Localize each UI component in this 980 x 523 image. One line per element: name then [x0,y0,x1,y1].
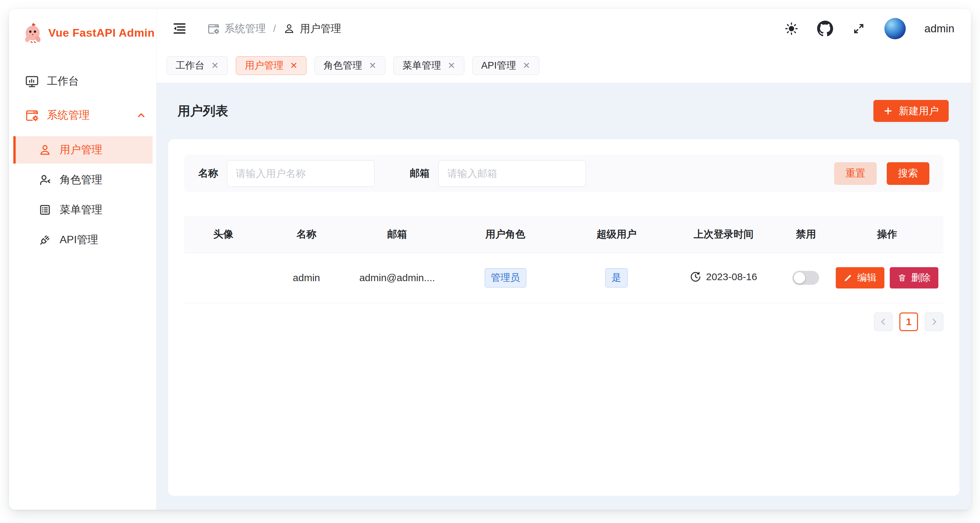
sidebar-item-system[interactable]: 系统管理 [9,103,156,127]
breadcrumb-label: 用户管理 [300,22,341,36]
window-gear-icon [207,22,220,35]
name-field: 名称 [198,160,374,187]
name-input[interactable] [227,160,374,187]
page-body: 用户列表 新建用户 名称 邮箱 [157,83,971,510]
cell-role: 管理员 [444,253,566,303]
user-icon [283,23,295,35]
github-icon[interactable] [817,21,833,37]
close-icon[interactable]: ✕ [290,60,298,71]
prev-page-button[interactable] [874,312,893,331]
breadcrumb-label: 系统管理 [224,22,266,36]
user-icon [38,143,52,157]
name-label: 名称 [198,167,218,180]
edit-label: 编辑 [857,271,877,285]
sidebar-item-menus[interactable]: 菜单管理 [9,196,156,224]
close-icon[interactable]: ✕ [523,60,530,71]
sidebar-item-label: 系统管理 [47,108,90,122]
col-avatar: 头像 [184,216,262,253]
tab-label: 菜单管理 [402,59,441,72]
content-card: 名称 邮箱 重置 搜索 [168,139,959,496]
pagination: 1 [184,312,943,331]
cell-last-login: 2023-08-16 [666,253,781,303]
close-icon[interactable]: ✕ [211,60,219,71]
col-superuser: 超级用户 [567,216,667,253]
tab-label: 角色管理 [323,59,362,72]
email-label: 邮箱 [410,167,430,180]
window-gear-icon [25,108,39,122]
sidebar-item-label: 用户管理 [60,143,102,157]
col-disabled: 禁用 [781,216,831,253]
search-button[interactable]: 搜索 [887,162,929,185]
cell-name: admin [262,253,350,303]
chevron-up-icon [136,110,146,120]
table-row: admin admin@admin.... 管理员 是 [184,253,943,303]
tab-label: API管理 [481,59,516,72]
tab-label: 用户管理 [245,59,283,72]
edit-button[interactable]: 编辑 [836,267,885,288]
tab-api[interactable]: API管理 ✕ [473,56,539,75]
disabled-toggle[interactable] [792,271,819,285]
sidebar-item-api[interactable]: API管理 [9,226,156,253]
plus-icon [883,106,893,116]
chick-logo-icon [24,22,43,43]
search-bar: 名称 邮箱 重置 搜索 [184,154,943,192]
col-actions: 操作 [831,216,943,253]
sidebar-item-roles[interactable]: 角色管理 [9,166,156,194]
topbar: 系统管理 / 用户管理 [157,9,971,48]
email-field: 邮箱 [410,160,586,187]
sidebar: Vue FastAPI Admin 工作台 [9,9,157,510]
collapse-sidebar-icon[interactable] [172,21,187,36]
cell-superuser: 是 [567,253,667,303]
page-1-button[interactable]: 1 [899,312,918,331]
menu-list-icon [38,203,52,216]
tabbar: 工作台 ✕ 用户管理 ✕ 角色管理 ✕ 菜单管理 ✕ API管理 ✕ [157,48,971,83]
sidebar-item-label: 工作台 [47,74,79,89]
add-user-button[interactable]: 新建用户 [873,100,949,122]
tab-users[interactable]: 用户管理 ✕ [236,56,307,75]
monitor-icon [25,74,39,88]
app-window: Vue FastAPI Admin 工作台 [9,9,971,510]
last-login-value: 2023-08-16 [706,271,757,283]
breadcrumb-system[interactable]: 系统管理 [207,22,266,36]
col-name: 名称 [262,216,350,253]
close-icon[interactable]: ✕ [448,60,455,71]
sidebar-item-workbench[interactable]: 工作台 [9,69,156,94]
next-page-button[interactable] [925,312,943,331]
sidebar-submenu: 用户管理 角色管理 [9,135,156,255]
topbar-actions: admin [784,18,955,39]
table-header-row: 头像 名称 邮箱 用户角色 超级用户 上次登录时间 禁用 操作 [184,216,943,253]
sidebar-item-label: 角色管理 [60,173,102,187]
cell-actions: 编辑 删除 [831,253,943,303]
trash-icon [898,273,906,282]
username[interactable]: admin [924,22,955,35]
tab-workbench[interactable]: 工作台 ✕ [167,56,228,75]
sidebar-menu: 工作台 系统管理 [9,69,156,255]
col-email: 邮箱 [350,216,444,253]
cell-disabled [781,253,831,303]
logo[interactable]: Vue FastAPI Admin [9,9,156,43]
breadcrumb-users[interactable]: 用户管理 [283,22,341,36]
app-title: Vue FastAPI Admin [48,26,155,39]
col-role: 用户角色 [444,216,566,253]
fullscreen-icon[interactable] [852,22,866,36]
tab-roles[interactable]: 角色管理 ✕ [315,56,385,75]
delete-button[interactable]: 删除 [890,267,939,288]
page-title: 用户列表 [178,103,228,119]
close-icon[interactable]: ✕ [369,60,376,71]
main-area: 系统管理 / 用户管理 [157,9,971,510]
role-tag: 管理员 [485,268,526,288]
clock-icon [690,271,701,283]
breadcrumb-separator: / [273,23,276,34]
pencil-icon [844,273,853,282]
superuser-tag: 是 [605,268,628,288]
sidebar-item-users[interactable]: 用户管理 [13,136,153,164]
sidebar-item-label: API管理 [60,232,98,247]
cell-avatar [184,253,262,303]
email-input[interactable] [438,160,586,187]
add-user-label: 新建用户 [899,104,939,118]
users-table: 头像 名称 邮箱 用户角色 超级用户 上次登录时间 禁用 操作 [184,216,943,303]
tab-menus[interactable]: 菜单管理 ✕ [393,56,465,75]
theme-sun-icon[interactable] [784,22,799,36]
reset-button[interactable]: 重置 [834,162,877,185]
avatar[interactable] [885,18,906,39]
